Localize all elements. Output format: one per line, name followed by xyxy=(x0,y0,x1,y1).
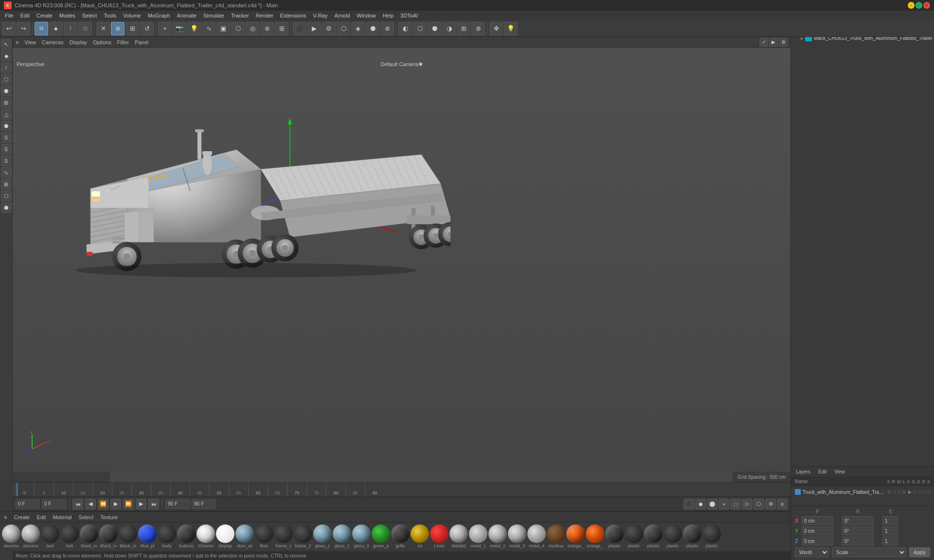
x-scale-input[interactable] xyxy=(882,516,898,525)
left-btn-10[interactable]: S xyxy=(1,144,12,155)
obj5[interactable]: ⊞ xyxy=(275,22,288,35)
left-btn-12[interactable]: ∿ xyxy=(1,167,12,178)
goto-end-btn[interactable]: ⏭ xyxy=(148,499,159,509)
goto-start-btn[interactable]: ⏮ xyxy=(72,499,83,509)
mat-menu-texture[interactable]: Texture xyxy=(98,513,120,521)
render-settings[interactable]: ⚙ xyxy=(322,22,336,35)
vp-menu-display[interactable]: Display xyxy=(70,39,87,45)
apply-button[interactable]: Apply xyxy=(909,547,930,557)
obj12[interactable]: ⊞ xyxy=(457,22,470,35)
render-region[interactable]: ⬛ xyxy=(293,22,306,35)
close-button[interactable]: ✕ xyxy=(923,2,930,9)
minimize-button[interactable]: – xyxy=(908,2,915,9)
menu-item-create[interactable]: Create xyxy=(34,12,55,19)
mat-menu-select[interactable]: Select xyxy=(77,513,96,521)
mat-menu-create[interactable]: Create xyxy=(12,513,32,521)
polygon-mode-button[interactable]: ⬡ xyxy=(78,22,92,35)
obj2[interactable]: ⬡ xyxy=(231,22,245,35)
light[interactable]: 💡 xyxy=(187,22,201,35)
scale-tool[interactable]: ⊞ xyxy=(126,22,139,35)
menu-item-animate[interactable]: Animate xyxy=(174,12,199,19)
menu-item-tracker[interactable]: Tracker xyxy=(228,12,252,19)
restore-button[interactable]: □ xyxy=(916,2,922,9)
viewport-solo[interactable]: ◐ xyxy=(398,22,412,35)
prev-frame-btn[interactable]: ◀ xyxy=(85,499,96,509)
obj3[interactable]: ◎ xyxy=(246,22,259,35)
redo-button[interactable]: ↪ xyxy=(17,22,30,35)
left-btn-edges[interactable]: / xyxy=(1,62,12,73)
light-icon[interactable]: 💡 xyxy=(504,22,518,35)
x-rot-input[interactable] xyxy=(842,516,874,525)
vp-render-view[interactable]: ▶ xyxy=(769,38,778,47)
y-scale-input[interactable] xyxy=(882,526,898,535)
y-rot-input[interactable] xyxy=(842,526,874,535)
left-btn-15[interactable]: ⬢ xyxy=(1,202,12,213)
trans-btn-9[interactable]: ≡ xyxy=(777,499,788,509)
move-tool[interactable]: ⊕ xyxy=(111,22,125,35)
vp-menu-options[interactable]: Options xyxy=(93,39,111,45)
trans-btn-1[interactable]: ⬛ xyxy=(683,499,694,509)
trans-btn-8[interactable]: ⊛ xyxy=(765,499,776,509)
y-pos-input[interactable] xyxy=(802,526,833,535)
obj8[interactable]: ⬢ xyxy=(366,22,379,35)
trans-btn-6[interactable]: ▷ xyxy=(742,499,753,509)
vp-menu-panel[interactable]: Panel xyxy=(135,39,148,45)
next-keyframe-btn[interactable]: ⏩ xyxy=(123,499,134,509)
camera[interactable]: 📷 xyxy=(173,22,186,35)
end-frame2-input[interactable] xyxy=(192,499,216,509)
menu-item-mograph[interactable]: MoGraph xyxy=(145,12,173,19)
trans-btn-2[interactable]: ⏺ xyxy=(695,499,706,509)
menu-item-help[interactable]: Help xyxy=(379,12,396,19)
menu-item-edit[interactable]: Edit xyxy=(18,12,33,19)
menu-item-window[interactable]: Window xyxy=(354,12,378,19)
obj7[interactable]: ◈ xyxy=(351,22,365,35)
trans-btn-7[interactable]: ⬡ xyxy=(754,499,764,509)
world-select[interactable]: World Object xyxy=(795,547,829,557)
undo-button[interactable]: ↩ xyxy=(2,22,16,35)
layers-edit[interactable]: Edit xyxy=(815,468,829,475)
edge-mode-button[interactable]: / xyxy=(64,22,77,35)
x-pos-input[interactable] xyxy=(802,516,833,525)
mat-menu-material[interactable]: Material xyxy=(51,513,73,521)
current-frame-input[interactable] xyxy=(16,499,40,509)
obj9[interactable]: ⊛ xyxy=(380,22,394,35)
menu-item-modes[interactable]: Modes xyxy=(56,12,78,19)
left-btn-13[interactable]: ⊞ xyxy=(1,179,12,190)
menu-item-volume[interactable]: Volume xyxy=(120,12,144,19)
trans-btn-3[interactable]: ⬤ xyxy=(707,499,718,509)
timeline[interactable]: 051015202530354045505560657075808590 xyxy=(13,482,790,497)
prev-keyframe-btn[interactable]: ⏪ xyxy=(98,499,108,509)
left-btn-6[interactable]: ⊞ xyxy=(1,97,12,108)
start-frame-input[interactable] xyxy=(42,499,66,509)
z-pos-input[interactable] xyxy=(802,537,833,545)
menu-item-v-ray[interactable]: V-Ray xyxy=(310,12,331,19)
vp-menu-view[interactable]: View xyxy=(24,39,36,45)
menu-item-file[interactable]: File xyxy=(2,12,17,19)
menu-item-arnold[interactable]: Arnold xyxy=(331,12,353,19)
menu-item-tools[interactable]: Tools xyxy=(101,12,119,19)
point-mode-button[interactable]: ◆ xyxy=(49,22,63,35)
viewport[interactable]: ≡ View Cameras Display Options Filter Pa… xyxy=(13,37,790,482)
vp-settings[interactable]: ⚙ xyxy=(779,38,788,47)
menu-item-render[interactable]: Render xyxy=(253,12,276,19)
vp-menu-cameras[interactable]: Cameras xyxy=(42,39,64,45)
menu-item-select[interactable]: Select xyxy=(79,12,100,19)
obj13[interactable]: ⊛ xyxy=(471,22,485,35)
left-btn-poly[interactable]: ⬡ xyxy=(1,74,12,85)
menu-item-simulate[interactable]: Simulate xyxy=(200,12,227,19)
left-btn-9[interactable]: S xyxy=(1,132,12,143)
mat-menu-edit[interactable]: Edit xyxy=(35,513,48,521)
play-btn[interactable]: ▶ xyxy=(110,499,121,509)
spline[interactable]: ∿ xyxy=(202,22,216,35)
model-mode-button[interactable]: M xyxy=(35,22,48,35)
scale-select[interactable]: Scale xyxy=(832,547,906,557)
left-btn-points[interactable]: ◆ xyxy=(1,51,12,61)
menu-item-3dtoai[interactable]: 3DToAI xyxy=(397,12,421,19)
z-scale-input[interactable] xyxy=(882,537,898,545)
tool1[interactable]: ✕ xyxy=(96,22,110,35)
viewport-canvas[interactable]: Perspective Default Camera✱ xyxy=(13,48,790,472)
rotate-tool[interactable]: ↺ xyxy=(140,22,154,35)
vp-maximize[interactable]: ⤢ xyxy=(759,38,768,47)
add-object[interactable]: + xyxy=(158,22,172,35)
obj10[interactable]: ⬢ xyxy=(428,22,441,35)
